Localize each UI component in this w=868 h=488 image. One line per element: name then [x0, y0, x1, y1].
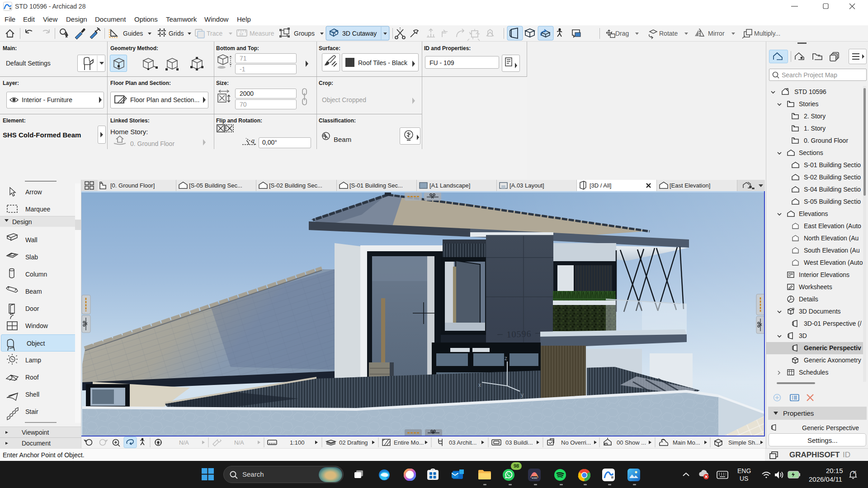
svg-text:M365: M365	[532, 477, 538, 479]
svg-text:12: 12	[239, 32, 243, 36]
svg-text:x: x	[478, 382, 481, 388]
svg-text:α: α	[251, 138, 255, 144]
svg-text:z: z	[855, 470, 856, 473]
svg-text:10596: 10596	[506, 328, 532, 339]
svg-text:z: z	[505, 355, 507, 361]
svg-text:y: y	[521, 392, 524, 398]
